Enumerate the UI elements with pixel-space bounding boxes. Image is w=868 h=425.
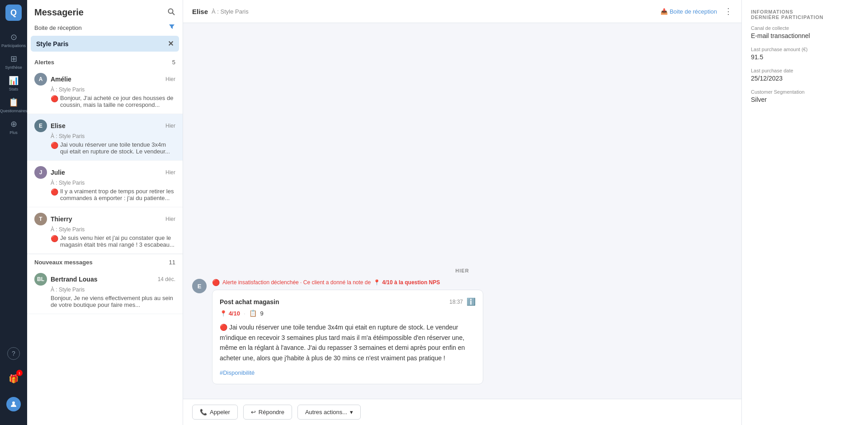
app-logo[interactable]: Q xyxy=(5,5,22,21)
main-chat: Elise À : Style Paris 📥 Boite de récepti… xyxy=(183,0,741,425)
alert-dot: 🔴 xyxy=(51,188,58,196)
new-messages-header: Nouveaux messages 11 xyxy=(27,254,183,267)
msg-date-amelie: Hier xyxy=(165,76,175,82)
card-title: Post achat magasin xyxy=(220,298,279,306)
msg-name-julie: Julie xyxy=(51,169,65,176)
filter-row: Boite de réception xyxy=(27,21,183,36)
participations-label: Participations xyxy=(1,43,26,48)
action-bar: 📞 Appeler ↩ Répondre Autres actions... ▾ xyxy=(183,399,741,425)
avatar-elise: E xyxy=(34,119,47,132)
conversation-item-elise[interactable]: E Elise Hier À : Style Paris 🔴 Jai voulu… xyxy=(27,114,183,161)
card-score: 📍 4/10 xyxy=(220,310,240,317)
synthese-label: Synthèse xyxy=(5,65,22,70)
filter-icon[interactable] xyxy=(168,23,175,32)
avatar-amelie: A xyxy=(34,73,47,86)
panel-section-title: INFORMATIONS DERNIÈRE PARTICIPATION xyxy=(751,9,859,20)
active-filter: Style Paris ✕ xyxy=(31,36,179,52)
active-filter-label: Style Paris xyxy=(36,40,69,48)
chat-message-row: E 🔴 Alerte insatisfaction déclenchée · C… xyxy=(192,279,732,384)
user-avatar xyxy=(6,397,21,411)
conversation-item-thierry[interactable]: T Thierry Hier À : Style Paris 🔴 Je suis… xyxy=(27,207,183,254)
new-messages-title: Nouveaux messages xyxy=(34,259,93,266)
conversation-item-amelie[interactable]: A Amélie Hier À : Style Paris 🔴 Bonjour,… xyxy=(27,67,183,114)
sidebar-item-participations[interactable]: ⊙ Participations xyxy=(4,30,24,50)
msg-date-thierry: Hier xyxy=(165,216,175,222)
alert-text: Alerte insatisfaction déclenchée · Ce cl… xyxy=(222,279,371,286)
avatar-julie: J xyxy=(34,166,47,179)
msg-name-elise: Elise xyxy=(51,122,66,129)
sidebar-item-stats[interactable]: 📊 Stats xyxy=(4,73,24,93)
alert-dot: 🔴 xyxy=(51,235,58,242)
alerts-section-title: Alertes xyxy=(34,59,54,66)
chat-header: Elise À : Style Paris 📥 Boite de récepti… xyxy=(183,0,741,23)
sidebar-item-synthese[interactable]: ⊞ Synthèse xyxy=(4,52,24,72)
alerts-count: 5 xyxy=(172,59,175,66)
alert-bar: 🔴 Alerte insatisfaction déclenchée · Ce … xyxy=(212,279,732,286)
stats-icon: 📊 xyxy=(9,76,19,86)
panel-field-canal: Canal de collecte E-mail transactionnel xyxy=(751,25,859,39)
call-button[interactable]: 📞 Appeler xyxy=(192,405,238,420)
views-count: 9 xyxy=(260,310,264,317)
sidebar-item-questionnaires[interactable]: 📋 Questionnaires xyxy=(4,95,24,115)
avatar-bertrand: BL xyxy=(34,273,47,286)
plus-nav-icon: ⊕ xyxy=(10,119,17,129)
panel-field-segmentation: Customer Segmentation Silver xyxy=(751,89,859,103)
filter-label[interactable]: Boite de réception xyxy=(34,24,82,31)
sidebar-title: Messagerie xyxy=(34,7,84,18)
msg-to-thierry: À : Style Paris xyxy=(34,226,175,233)
msg-date-bertrand: 14 déc. xyxy=(158,276,175,282)
chat-sender: Elise xyxy=(192,8,208,15)
inbox-link[interactable]: 📥 Boite de réception xyxy=(660,8,717,15)
svg-point-0 xyxy=(12,401,15,404)
stop-icon: 🔴 xyxy=(220,324,229,331)
gifts-button[interactable]: 🎁 1 xyxy=(4,369,24,389)
conversation-item-julie[interactable]: J Julie Hier À : Style Paris 🔴 Il y a vr… xyxy=(27,161,183,207)
stats-label: Stats xyxy=(9,87,19,91)
alert-fire-icon: 🔴 xyxy=(212,279,220,286)
conversation-item-bertrand[interactable]: BL Bertrand Louas 14 déc. À : Style Pari… xyxy=(27,267,183,314)
participations-icon: ⊙ xyxy=(10,32,17,42)
info-icon[interactable]: ℹ️ xyxy=(467,297,476,306)
phone-icon: 📞 xyxy=(200,409,207,415)
card-time: 18:37 xyxy=(449,299,463,305)
dropdown-arrow-icon: ▾ xyxy=(350,409,353,415)
search-icon[interactable] xyxy=(167,8,175,18)
synthese-icon: ⊞ xyxy=(10,54,17,64)
active-filter-close[interactable]: ✕ xyxy=(168,39,174,48)
avatar-thierry: T xyxy=(34,213,47,225)
other-actions-button[interactable]: Autres actions... ▾ xyxy=(297,405,361,420)
msg-preview-thierry: 🔴 Je suis venu hier et j'ai pu constater… xyxy=(34,234,175,248)
msg-preview-elise: 🔴 Jai voulu réserver une toile tendue 3x… xyxy=(34,141,175,155)
panel-field-purchase-amount: Last purchase amount (€) 91.5 xyxy=(751,47,859,61)
svg-point-1 xyxy=(169,9,173,13)
date-divider: HIER xyxy=(192,268,732,273)
msg-to-amelie: À : Style Paris xyxy=(34,86,175,93)
msg-name-bertrand: Bertrand Louas xyxy=(51,276,97,283)
card-score-row: 📍 4/10 · 📋 9 xyxy=(220,310,476,317)
sidebar-item-plus[interactable]: ⊕ Plus xyxy=(4,117,24,137)
msg-to-elise: À : Style Paris xyxy=(34,133,175,139)
plus-label: Plus xyxy=(9,130,18,135)
sidebar: Messagerie Boite de réception Style Pari… xyxy=(27,0,183,425)
msg-date-elise: Hier xyxy=(165,123,175,129)
alert-dot: 🔴 xyxy=(51,95,58,102)
msg-name-thierry: Thierry xyxy=(51,215,72,223)
survey-icon: 📋 xyxy=(249,310,257,317)
right-panel: INFORMATIONS DERNIÈRE PARTICIPATION Cana… xyxy=(741,0,868,425)
alert-score: 📍 4/10 à la question NPS xyxy=(373,279,440,286)
chat-to: À : Style Paris xyxy=(212,8,249,15)
reply-icon: ↩ xyxy=(251,409,256,415)
msg-preview-bertrand: Bonjour, Je ne viens effectivement plus … xyxy=(34,295,175,308)
help-button[interactable]: ? xyxy=(4,344,24,363)
chat-body: HIER E 🔴 Alerte insatisfaction déclenché… xyxy=(183,23,741,399)
card-body: 🔴 Jai voulu réserver une toile tendue 3x… xyxy=(220,322,476,363)
msg-preview-julie: 🔴 Il y a vraiment trop de temps pour ret… xyxy=(34,188,175,201)
reply-button[interactable]: ↩ Répondre xyxy=(243,405,292,420)
msg-preview-amelie: 🔴 Bonjour, J'ai acheté ce jour des houss… xyxy=(34,95,175,108)
questionnaires-icon: 📋 xyxy=(9,97,19,107)
alerts-section-header: Alertes 5 xyxy=(27,55,183,67)
user-avatar-nav[interactable] xyxy=(4,394,24,414)
message-list: A Amélie Hier À : Style Paris 🔴 Bonjour,… xyxy=(27,67,183,425)
gifts-badge: 1 xyxy=(16,370,23,376)
more-menu-icon[interactable]: ⋮ xyxy=(724,6,732,16)
